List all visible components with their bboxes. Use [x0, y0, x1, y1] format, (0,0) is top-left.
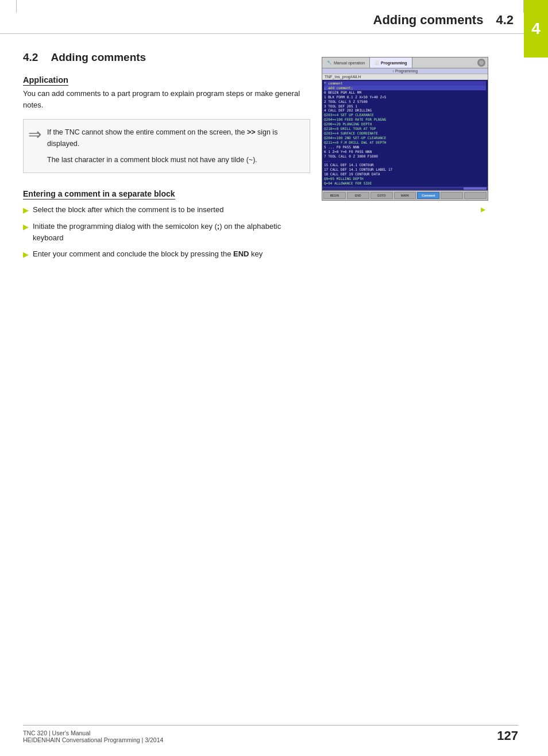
code-line-2: 2 TOOL CALL 5 Z S7500: [324, 99, 486, 104]
screen-filename: TNF_Ins_prog#All.H: [322, 74, 488, 80]
left-column: 4.2 Adding comments Application You can …: [23, 51, 310, 265]
step-arrow-3: ▶: [23, 250, 28, 260]
right-column: 🔧 Manual operation ⬜ Programming: [322, 51, 491, 265]
note-line2: The last character in a comment block mu…: [47, 154, 303, 166]
steps-heading: Entering a comment in a separate block: [23, 189, 175, 199]
screen-btn-mark[interactable]: MARK: [394, 192, 416, 199]
screen-tab-programming-label: Programming: [381, 61, 407, 65]
code-line-5: 5 ... F0 PASS NNN: [324, 145, 486, 149]
header-chapter-number: 4.2: [496, 13, 514, 28]
step-3: ▶ Enter your comment and conclude the bl…: [23, 248, 310, 260]
application-heading: Application: [23, 75, 68, 86]
screen-mockup: 🔧 Manual operation ⬜ Programming: [322, 57, 488, 201]
code-line-7: 7 TOOL CALL 0 Z 3000 F1000: [324, 154, 486, 159]
chapter-tab-number: 4: [531, 20, 541, 38]
code-line-q200: Q200=+20 PLUNGING DEPTH: [324, 122, 486, 126]
step-text-1: Select the block after which the comment…: [33, 204, 223, 216]
code-line-0: 0 BEGIN PGM ALL MM: [324, 90, 486, 95]
footer-left: TNC 320 | User's Manual HEIDENHAIN Conve…: [23, 730, 163, 743]
page-footer: TNC 320 | User's Manual HEIDENHAIN Conve…: [23, 725, 518, 743]
section-number: 4.2: [23, 51, 38, 64]
screen-tabs: 🔧 Manual operation ⬜ Programming: [322, 57, 488, 68]
screen-btn-begin[interactable]: BEGIN: [323, 192, 346, 199]
screen-subtitle-text: ↑ Programming: [392, 69, 418, 73]
corner-mark-left: [16, 0, 17, 13]
code-line-comment-title: * comment: [324, 81, 486, 86]
note-arrow-icon: ⇒: [28, 126, 41, 166]
code-line-q218: Q218=+0 DRILL TOUR AT TOP: [324, 126, 486, 131]
step-arrow-2: ▶: [23, 222, 28, 233]
code-line-q203a: Q203=+4 SET UP CLEARANCE: [324, 113, 486, 117]
header-chapter-title: Adding comments: [373, 13, 484, 28]
screen-btn-empty2[interactable]: [464, 192, 487, 199]
code-line-6: 6 1 Z=0 Y=0 F0 PASS NNN: [324, 149, 486, 154]
screen-btn-empty1[interactable]: [441, 192, 463, 199]
code-line-4: 4 CALL DEF 202 DRILLING: [324, 108, 486, 113]
section-title: Adding comments: [51, 51, 146, 64]
screen-btn-goto[interactable]: GOTO: [371, 192, 393, 199]
page-header: Adding comments 4.2: [0, 0, 548, 34]
application-body: You can add comments to a part program t…: [23, 88, 310, 111]
code-line-comment-input: ; add comment;: [324, 86, 486, 90]
screen-tab-programming: ⬜ Programming: [370, 57, 412, 68]
screen-settings-icon: [475, 57, 488, 68]
code-line-q9: Q9=95 MILLING DEPTH: [324, 176, 486, 181]
screen-annotation: ▶: [322, 204, 491, 213]
footer-page-number: 127: [497, 728, 518, 743]
main-content: 4.2 Adding comments Application You can …: [0, 34, 548, 265]
step-arrow-1: ▶: [23, 205, 28, 216]
step-2: ▶ Initiate the programming dialog with t…: [23, 221, 310, 244]
footer-line2: HEIDENHAIN Conversational Programming | …: [23, 736, 163, 743]
code-line-q204b: Q204=+100 2ND SET-UP CLEARANCE: [324, 136, 486, 140]
section-heading: 4.2 Adding comments: [23, 51, 310, 64]
step-text-3: Enter your comment and conclude the bloc…: [33, 248, 263, 260]
code-line-q94: Q=94 ALLOWANCE FOR SIDE: [324, 181, 486, 186]
screen-subtitle: ↑ Programming: [322, 68, 488, 74]
code-line-15: 15 CALL DEF 14.1 CONTOUR: [324, 163, 486, 167]
code-line-q211: Q211=+0 F.M DRILL DWL AT DEPTH: [324, 140, 486, 145]
screen-tab-manual: 🔧 Manual operation: [322, 57, 370, 68]
screen-filename-text: TNF_Ins_prog#All.H: [325, 75, 361, 79]
code-line-17: 17 CALL DEF 14.1 CONTOUR LABEL 17: [324, 167, 486, 172]
step-text-2: Initiate the programming dialog with the…: [33, 221, 310, 244]
note-line1: If the TNC cannot show the entire commen…: [47, 126, 303, 149]
screen-tab-manual-label: Manual operation: [334, 61, 365, 65]
screen-btn-comment[interactable]: Comment: [417, 192, 439, 199]
note-box: ⇒ If the TNC cannot show the entire comm…: [23, 119, 310, 173]
screen-code-area: * comment ; add comment; 0 BEGIN PGM ALL…: [322, 80, 488, 187]
code-line-dots: ...: [324, 158, 486, 163]
code-line-1: 1 BLK FORM 0.1 Z X+50 Y+40 Z+5: [324, 95, 486, 99]
code-line-18: 18 CALL DEF 19 CONTOUR DATA: [324, 172, 486, 176]
note-content: If the TNC cannot show the entire commen…: [47, 126, 303, 166]
step-1: ▶ Select the block after which the comme…: [23, 204, 310, 216]
footer-line1: TNC 320 | User's Manual: [23, 730, 163, 736]
code-line-q204a: Q204=+100 FEED RATE FOR PLNGNG: [324, 117, 486, 122]
code-line-q203b: Q203=+4 SURFACE COORDINATE: [324, 131, 486, 136]
chapter-tab: 4: [524, 0, 548, 57]
code-line-3: 3 TOOL DEF 205 1: [324, 104, 486, 109]
screen-btn-end[interactable]: END: [347, 192, 369, 199]
screen-bottom-buttons: BEGIN END GOTO MARK Comment: [322, 190, 488, 200]
